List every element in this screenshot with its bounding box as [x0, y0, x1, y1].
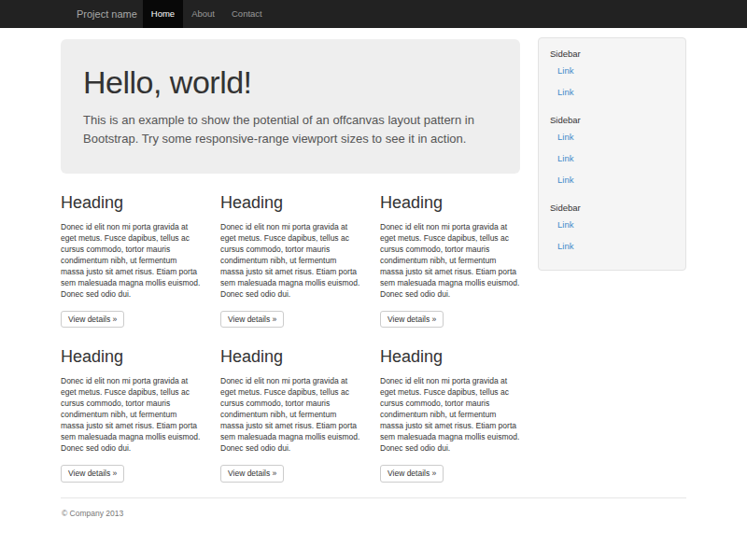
feature-text: Donec id elit non mi porta gravida at eg… [380, 221, 520, 300]
sidebar-link[interactable]: Link [539, 60, 678, 81]
sidebar-link[interactable]: Link [539, 235, 678, 257]
footer: © Company 2013 [61, 497, 686, 546]
feature-heading: Heading [61, 193, 201, 214]
feature-text: Donec id elit non mi porta gravida at eg… [61, 375, 201, 454]
sidebar-link[interactable]: Link [539, 169, 678, 190]
feature-heading: Heading [380, 347, 520, 368]
jumbotron: Hello, world! This is an example to show… [61, 39, 520, 174]
feature-heading: Heading [220, 347, 360, 368]
feature-text: Donec id elit non mi porta gravida at eg… [220, 221, 360, 300]
nav-item-contact[interactable]: Contact [223, 0, 271, 28]
navbar-brand[interactable]: Project name [61, 0, 143, 28]
sidebar-group-3: Sidebar Link Link [539, 202, 678, 257]
feature-text: Donec id elit non mi porta gravida at eg… [61, 221, 201, 300]
sidebar-link[interactable]: Link [539, 81, 678, 103]
sidebar: Sidebar Link Link Sidebar Link Link Link… [538, 37, 686, 271]
sidebar-header: Sidebar [539, 202, 678, 214]
view-details-button[interactable]: View details » [220, 311, 284, 329]
sidebar-group-2: Sidebar Link Link Link [539, 114, 678, 190]
feature-text: Donec id elit non mi porta gravida at eg… [220, 375, 360, 454]
nav-item-home[interactable]: Home [143, 0, 183, 28]
feature-heading: Heading [380, 193, 520, 214]
navbar-menu: Home About Contact [143, 0, 271, 28]
sidebar-link[interactable]: Link [539, 126, 678, 147]
feature-column: Heading Donec id elit non mi porta gravi… [61, 328, 201, 482]
sidebar-header: Sidebar [539, 114, 678, 126]
feature-column: Heading Donec id elit non mi porta gravi… [61, 174, 201, 328]
feature-heading: Heading [61, 347, 201, 368]
view-details-button[interactable]: View details » [61, 311, 124, 329]
view-details-button[interactable]: View details » [380, 465, 444, 483]
feature-row-2: Heading Donec id elit non mi porta gravi… [61, 328, 520, 482]
sidebar-link[interactable]: Link [539, 214, 678, 235]
view-details-button[interactable]: View details » [220, 465, 284, 483]
jumbotron-title: Hello, world! [83, 65, 498, 100]
view-details-button[interactable]: View details » [380, 311, 444, 329]
sidebar-link[interactable]: Link [539, 147, 678, 169]
feature-column: Heading Donec id elit non mi porta gravi… [380, 328, 520, 482]
navbar-inner: Project name Home About Contact [61, 0, 686, 28]
feature-column: Heading Donec id elit non mi porta gravi… [220, 328, 360, 482]
feature-heading: Heading [220, 193, 360, 214]
page-content: Hello, world! This is an example to show… [61, 28, 686, 546]
footer-divider [61, 497, 686, 498]
view-details-button[interactable]: View details » [61, 465, 124, 483]
jumbotron-text: This is an example to show the potential… [83, 111, 498, 147]
copyright-text: © Company 2013 [61, 509, 686, 518]
feature-row-1: Heading Donec id elit non mi porta gravi… [61, 174, 520, 328]
sidebar-header: Sidebar [539, 48, 678, 60]
navbar: Project name Home About Contact [0, 0, 747, 28]
sidebar-group-1: Sidebar Link Link [539, 48, 678, 103]
main-column: Hello, world! This is an example to show… [61, 28, 520, 483]
feature-column: Heading Donec id elit non mi porta gravi… [380, 174, 520, 328]
offcanvas-row: Hello, world! This is an example to show… [61, 28, 686, 483]
feature-text: Donec id elit non mi porta gravida at eg… [380, 375, 520, 454]
feature-column: Heading Donec id elit non mi porta gravi… [220, 174, 360, 328]
nav-item-about[interactable]: About [183, 0, 223, 28]
